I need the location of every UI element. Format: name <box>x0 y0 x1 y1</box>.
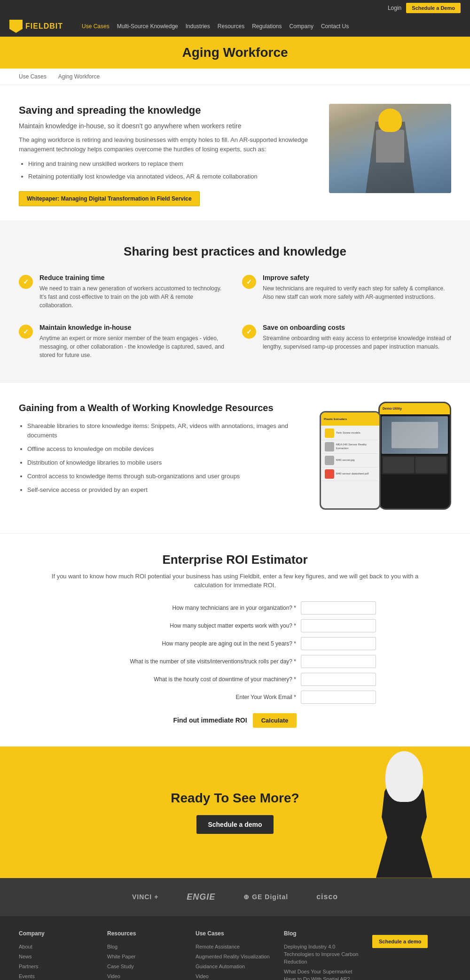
footer-link[interactable]: Augmented Reality Visualization <box>196 954 270 959</box>
navbar-links: Use Cases Multi-Source Knowledge Industr… <box>82 23 461 30</box>
footer-link[interactable]: Remote Assistance <box>196 944 240 949</box>
hero-description: The aging workforce is retiring and leav… <box>19 135 310 155</box>
knowledge-phones: Demo Utility Plastic E <box>320 402 451 514</box>
phone-item-text: M40 server.jpg <box>336 459 354 462</box>
footer-col-company: Company About News Partners Events Caree… <box>19 930 98 980</box>
footer-link[interactable]: Deploying Industry 4.0 Technologies to I… <box>284 944 358 964</box>
page-banner: Aging Workforce <box>0 37 470 69</box>
cta-worker-image <box>357 751 451 878</box>
best-practices-section: Sharing best practices and knowledge ✓ R… <box>0 220 470 383</box>
list-item: Distribution of knowledge libraries to m… <box>27 458 301 468</box>
hero-subtitle: Maintain knowledge in-house, so it doesn… <box>19 122 310 130</box>
login-link[interactable]: Login <box>388 5 401 11</box>
list-item: Control access to knowledge items throug… <box>27 472 301 482</box>
practice-title: Save on onboarding costs <box>263 324 451 331</box>
phone-item: M40 sensor datasheet.pdf <box>322 467 378 481</box>
footer-col-heading: Company <box>19 930 98 937</box>
practice-title: Improve safety <box>263 274 451 281</box>
check-icon: ✓ <box>242 325 256 339</box>
roi-field-downtime-cost: What is the hourly cost of downtime of y… <box>94 673 376 686</box>
roi-heading: Enterprise ROI Estimator <box>38 552 432 567</box>
hero-section: Saving and spreading the knowledge Maint… <box>0 85 470 220</box>
footer-link[interactable]: Guidance Automation <box>196 964 245 969</box>
footer-link[interactable]: What Does Your Supermarket Have to Do Wi… <box>284 969 352 980</box>
nav-resources[interactable]: Resources <box>218 23 244 30</box>
top-bar: Login Schedule a Demo <box>0 0 470 16</box>
footer-col-schedule: Schedule a demo <box>372 930 451 980</box>
breadcrumb: Use Cases Aging Workforce <box>0 69 470 85</box>
footer-link[interactable]: Blog <box>107 944 118 949</box>
phone-item-icon <box>325 456 334 465</box>
roi-field-technicians: How many technicians are in your organiz… <box>94 601 376 614</box>
practice-desc: Streamline onboarding with easy access t… <box>263 334 451 351</box>
practice-desc: New technicians are required to verify e… <box>263 284 451 301</box>
practice-item-maintain-knowledge: ✓ Maintain knowledge in-house Anytime an… <box>19 324 228 359</box>
footer-link[interactable]: Video <box>196 973 209 979</box>
roi-input-experts[interactable] <box>301 619 376 632</box>
footer-col-heading: Blog <box>284 930 363 937</box>
roi-label: Enter Your Work Email * <box>94 694 296 700</box>
calculate-button[interactable]: Calculate <box>253 713 297 728</box>
list-item: Retaining potentially lost knowledge via… <box>28 172 310 182</box>
phone-item-text: MEA 040 Sensor Reality Extraction <box>336 443 376 451</box>
hero-cta-button[interactable]: Whitepaper: Managing Digital Transformat… <box>19 191 200 206</box>
footer-link[interactable]: Video <box>107 973 120 979</box>
logo-text: FIELDBIT <box>25 22 63 31</box>
partner-cisco: cisco <box>316 893 338 901</box>
nav-industries[interactable]: Industries <box>186 23 210 30</box>
roi-input-email[interactable] <box>301 691 376 704</box>
hero-worker-image <box>329 104 451 193</box>
list-item: Shareable libraries to store knowledge i… <box>27 421 301 441</box>
check-icon: ✓ <box>242 275 256 289</box>
practice-title: Reduce training time <box>39 274 228 281</box>
footer-link[interactable]: White Paper <box>107 954 136 959</box>
phone-item-text: Twin Screw models <box>336 431 360 435</box>
list-item: Hiring and training new unskilled worker… <box>28 159 310 169</box>
list-item: Offline access to knowledge on mobile de… <box>27 444 301 454</box>
knowledge-list: Shareable libraries to store knowledge i… <box>19 421 301 495</box>
roi-field-site-visits: What is the number of site visits/interv… <box>94 655 376 668</box>
practice-desc: We need to train a new generation of wor… <box>39 284 228 310</box>
knowledge-heading: Gaining from a Wealth of Working Knowled… <box>19 402 301 414</box>
footer-link[interactable]: About <box>19 944 32 949</box>
footer-link[interactable]: Events <box>19 973 35 979</box>
footer-col-heading: Use Cases <box>196 930 274 937</box>
practice-content: Maintain knowledge in-house Anytime an e… <box>39 324 228 359</box>
nav-contact[interactable]: Contact Us <box>321 23 349 30</box>
knowledge-section: Gaining from a Wealth of Working Knowled… <box>0 383 470 533</box>
navbar-logo[interactable]: FIELDBIT <box>9 20 63 33</box>
phone-back: Demo Utility <box>378 402 451 510</box>
footer-link[interactable]: Case Study <box>107 964 134 969</box>
roi-input-site-visits[interactable] <box>301 655 376 668</box>
hero-heading: Saving and spreading the knowledge <box>19 104 310 117</box>
phone-front-header: Plastic Extruders <box>324 418 347 420</box>
practice-content: Save on onboarding costs Streamline onbo… <box>263 324 451 351</box>
footer-col-heading: Resources <box>107 930 186 937</box>
schedule-demo-top-button[interactable]: Schedule a Demo <box>406 3 461 13</box>
breadcrumb-parent[interactable]: Use Cases <box>19 73 47 80</box>
cta-demo-button[interactable]: Schedule a demo <box>196 815 273 834</box>
nav-company[interactable]: Company <box>290 23 313 30</box>
footer-link[interactable]: News <box>19 954 32 959</box>
practice-item-save-onboarding: ✓ Save on onboarding costs Streamline on… <box>242 324 451 359</box>
roi-input-downtime-cost[interactable] <box>301 673 376 686</box>
roi-actions: Find out immediate ROI Calculate <box>38 713 432 728</box>
logo-icon <box>9 20 23 33</box>
phone-item-icon <box>325 469 334 479</box>
roi-input-aging[interactable] <box>301 637 376 650</box>
footer-link[interactable]: Partners <box>19 964 39 969</box>
phone-item-text: M40 sensor datasheet.pdf <box>336 472 368 476</box>
list-item: Self-service access or provided by an ex… <box>27 485 301 495</box>
roi-label: What is the hourly cost of downtime of y… <box>94 676 296 683</box>
footer-col-blog: Blog Deploying Industry 4.0 Technologies… <box>284 930 363 980</box>
footer-schedule-button[interactable]: Schedule a demo <box>372 935 428 948</box>
nav-use-cases[interactable]: Use Cases <box>82 23 110 30</box>
check-icon: ✓ <box>19 275 33 289</box>
nav-multi-source[interactable]: Multi-Source Knowledge <box>117 23 178 30</box>
roi-input-technicians[interactable] <box>301 601 376 614</box>
nav-regulations[interactable]: Regulations <box>252 23 282 30</box>
partners-section: VINCI + ENGIE ⊕ GE Digital cisco <box>0 878 470 916</box>
roi-label: How many technicians are in your organiz… <box>94 605 296 611</box>
roi-label: How many people are aging out in the nex… <box>94 640 296 647</box>
best-practices-heading: Sharing best practices and knowledge <box>19 244 451 260</box>
